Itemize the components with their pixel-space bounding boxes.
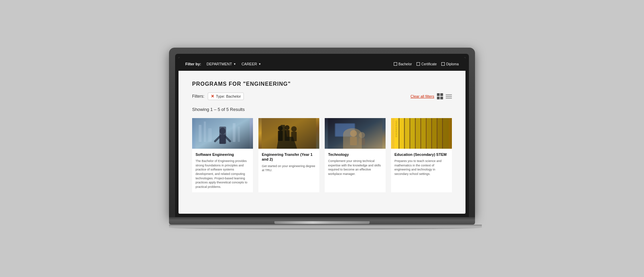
svg-point-6: [220, 128, 226, 134]
card-technology[interactable]: Technology Complement your strong techni…: [325, 118, 386, 192]
svg-rect-13: [278, 131, 283, 141]
cards-grid: Software Engineering The Bachelor of Eng…: [192, 118, 452, 192]
active-filter-text: Type: Bachelor: [216, 94, 241, 98]
bachelor-checkbox[interactable]: [394, 62, 397, 66]
svg-rect-40: [433, 118, 437, 149]
bachelor-checkbox-item[interactable]: Bachelor: [394, 62, 412, 66]
list-line-3: [446, 98, 452, 99]
svg-rect-2: [204, 121, 206, 142]
career-label: CAREER: [241, 62, 257, 66]
svg-rect-30: [405, 118, 409, 149]
svg-rect-31: [410, 118, 410, 149]
svg-rect-36: [422, 118, 426, 149]
filter-right-section: Bachelor Certificate Diploma: [394, 62, 459, 66]
svg-rect-38: [427, 118, 431, 149]
grid-cell-4: [440, 97, 443, 99]
svg-rect-15: [285, 130, 290, 141]
card-image-3: [325, 118, 386, 149]
card-title-1: Software Engineering: [196, 152, 250, 157]
svg-point-14: [285, 125, 290, 130]
diploma-checkbox-item[interactable]: Diploma: [441, 62, 459, 66]
svg-rect-3: [208, 128, 212, 142]
svg-rect-28: [400, 118, 404, 149]
list-view-button[interactable]: [446, 93, 452, 99]
svg-rect-34: [416, 118, 420, 149]
svg-rect-29: [404, 118, 405, 149]
svg-rect-39: [431, 118, 432, 149]
laptop-base: [169, 217, 475, 225]
svg-text:ENGINEERING: ENGINEERING: [395, 120, 397, 137]
svg-rect-42: [438, 118, 442, 149]
card-title-3: Technology: [328, 152, 382, 157]
main-content: PROGRAMS FOR "ENGINEERING" Filters: ✕ Ty…: [179, 71, 465, 214]
career-dropdown[interactable]: CAREER ▼: [241, 62, 261, 66]
laptop-foot: [169, 225, 482, 229]
card-desc-2: Get started on your engineering degree a…: [262, 164, 316, 173]
svg-point-12: [278, 126, 283, 131]
showing-results-text: Showing 1 – 5 of 5 Results: [192, 107, 452, 112]
filter-left-section: Filter by: DEPARTMENT ▼ CAREER ▼: [185, 62, 261, 66]
card-education-stem[interactable]: ENGINEERING Education (Secondary) STEM P…: [391, 118, 452, 192]
svg-rect-32: [411, 118, 415, 149]
svg-rect-1: [199, 125, 202, 142]
svg-rect-7: [220, 134, 226, 144]
certificate-checkbox-item[interactable]: Certificate: [417, 62, 437, 66]
filter-by-label: Filter by:: [185, 62, 201, 66]
svg-point-21: [350, 130, 357, 137]
grid-cell-2: [440, 93, 443, 96]
card-body-3: Technology Complement your strong techni…: [325, 149, 386, 180]
list-line-1: [446, 94, 452, 95]
svg-point-23: [359, 132, 365, 138]
screen-bezel: Filter by: DEPARTMENT ▼ CAREER ▼: [175, 54, 469, 217]
svg-rect-35: [421, 118, 421, 149]
career-chevron-icon: ▼: [258, 63, 261, 66]
programs-title: PROGRAMS FOR "ENGINEERING": [192, 81, 452, 87]
svg-rect-33: [415, 118, 416, 149]
card-desc-1: The Bachelor of Engineering provides str…: [196, 159, 250, 189]
department-label: DEPARTMENT: [206, 62, 232, 66]
department-dropdown[interactable]: DEPARTMENT ▼: [206, 62, 236, 66]
diploma-checkbox[interactable]: [441, 62, 445, 66]
card-title-4: Education (Secondary) STEM: [394, 152, 448, 157]
bachelor-label: Bachelor: [399, 62, 412, 66]
certificate-label: Certificate: [421, 62, 437, 66]
grid-view-button[interactable]: [437, 93, 443, 99]
card-body-1: Software Engineering The Bachelor of Eng…: [192, 149, 253, 192]
svg-rect-44: [443, 118, 449, 149]
svg-rect-4: [233, 123, 236, 142]
card-body-2: Engineering Transfer (Year 1 and 2) Get …: [258, 149, 319, 176]
svg-rect-41: [437, 118, 438, 149]
svg-point-16: [291, 126, 297, 132]
svg-rect-17: [291, 132, 297, 141]
filters-label: Filters:: [192, 94, 204, 99]
svg-rect-0: [196, 118, 250, 149]
svg-rect-20: [336, 124, 355, 136]
card-engineering-transfer[interactable]: Engineering Transfer (Year 1 and 2) Get …: [258, 118, 319, 192]
card-image-1: [192, 118, 253, 149]
grid-cell-3: [437, 97, 440, 99]
laptop-container: Filter by: DEPARTMENT ▼ CAREER ▼: [169, 48, 475, 229]
department-chevron-icon: ▼: [233, 63, 236, 66]
svg-rect-5: [238, 127, 240, 142]
list-line-2: [446, 96, 452, 97]
card-desc-4: Prepares you to teach science and mathem…: [394, 159, 448, 176]
card-software-engineering[interactable]: Software Engineering The Bachelor of Eng…: [192, 118, 253, 192]
svg-rect-24: [359, 138, 365, 145]
card-desc-3: Complement your strong technical experti…: [328, 159, 382, 176]
diploma-label: Diploma: [446, 62, 459, 66]
card-image-2: [258, 118, 319, 149]
filters-row: Filters: ✕ Type: Bachelor Clear all filt…: [192, 93, 452, 100]
filters-right: Clear all filters: [410, 93, 452, 99]
svg-rect-27: [399, 118, 400, 149]
svg-rect-22: [350, 137, 357, 145]
active-filter-tag[interactable]: ✕ Type: Bachelor: [208, 93, 244, 100]
clear-all-filters[interactable]: Clear all filters: [410, 94, 434, 98]
card-title-2: Engineering Transfer (Year 1 and 2): [262, 152, 316, 162]
laptop-body: Filter by: DEPARTMENT ▼ CAREER ▼: [169, 48, 475, 217]
svg-rect-43: [442, 118, 443, 149]
remove-filter-icon[interactable]: ✕: [211, 94, 214, 99]
grid-cell-1: [437, 93, 440, 96]
screen: Filter by: DEPARTMENT ▼ CAREER ▼: [179, 57, 465, 214]
certificate-checkbox[interactable]: [417, 62, 420, 66]
filter-bar: Filter by: DEPARTMENT ▼ CAREER ▼: [179, 57, 465, 71]
